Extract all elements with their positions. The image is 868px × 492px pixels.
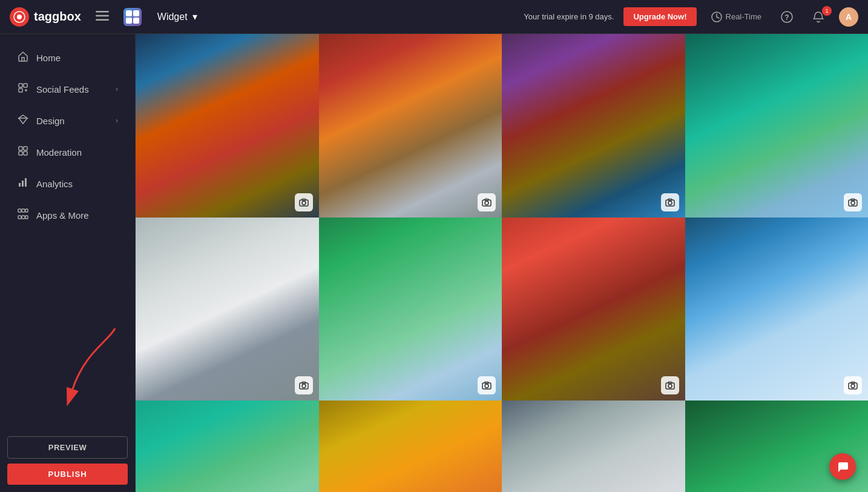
svg-point-1: [17, 15, 22, 19]
logo-text: taggbox: [34, 10, 81, 24]
sidebar-item-label-apps-more: Apps & More: [36, 210, 89, 221]
photo-cell-5[interactable]: [136, 218, 319, 401]
publish-button[interactable]: PUBLISH: [7, 464, 128, 485]
apps-more-icon: [17, 208, 29, 222]
photo-icon-6: [478, 376, 496, 394]
svg-rect-9: [24, 84, 27, 87]
svg-point-49: [851, 384, 855, 388]
nav-items: Home Social Feeds ›: [0, 34, 135, 429]
analytics-icon: [17, 177, 29, 190]
photo-icon-1: [295, 193, 313, 211]
svg-rect-22: [25, 209, 28, 212]
photo-icon-8: [844, 376, 862, 394]
photo-cell-11[interactable]: [502, 401, 685, 492]
sidebar-item-label-design: Design: [36, 116, 65, 126]
svg-point-46: [668, 384, 672, 388]
photo-icon-4: [844, 193, 862, 211]
notification-wrapper[interactable]: 1: [807, 8, 829, 25]
svg-rect-24: [22, 216, 25, 219]
sidebar-item-home[interactable]: Home: [5, 42, 130, 73]
photo-grid: [136, 34, 868, 492]
photo-cell-6[interactable]: [319, 218, 502, 401]
photo-cell-8[interactable]: [685, 218, 869, 401]
svg-rect-16: [24, 151, 27, 155]
svg-rect-3: [96, 15, 109, 17]
photo-cell-3[interactable]: [502, 34, 685, 218]
svg-rect-25: [25, 216, 28, 219]
notification-badge: 1: [822, 6, 832, 16]
widget-icon: [123, 8, 142, 26]
upgrade-button[interactable]: Upgrade Now!: [623, 7, 696, 26]
photo-cell-1[interactable]: [136, 34, 319, 218]
svg-rect-19: [25, 178, 27, 187]
sidebar-bottom: PREVIEW PUBLISH: [0, 429, 135, 492]
realtime-label: Real-Time: [726, 12, 761, 21]
svg-rect-14: [24, 147, 27, 150]
sidebar-item-analytics[interactable]: Analytics: [5, 168, 130, 199]
photo-icon-3: [661, 193, 679, 211]
sidebar-item-label-moderation: Moderation: [36, 147, 82, 158]
sidebar-item-label-social-feeds: Social Feeds: [36, 84, 89, 95]
svg-point-37: [851, 201, 855, 205]
sidebar-item-label-analytics: Analytics: [36, 179, 73, 189]
trial-text: Your trial expire in 9 days.: [524, 12, 614, 21]
photo-cell-7[interactable]: [502, 218, 685, 401]
preview-button[interactable]: PREVIEW: [7, 436, 128, 459]
svg-rect-17: [19, 183, 21, 187]
sidebar: Home Social Feeds ›: [0, 34, 136, 492]
home-icon: [17, 51, 29, 64]
svg-point-28: [302, 201, 306, 205]
help-button[interactable]: ?: [776, 8, 798, 25]
photo-cell-9[interactable]: [136, 401, 319, 492]
header: taggbox Widget ▾ Your trial expire in 9 …: [0, 0, 868, 34]
svg-rect-23: [18, 216, 21, 219]
svg-rect-4: [96, 19, 109, 21]
svg-rect-21: [22, 209, 25, 212]
photo-icon-2: [478, 193, 496, 211]
svg-rect-20: [18, 209, 21, 212]
chat-bubble[interactable]: [829, 453, 856, 480]
sidebar-item-moderation[interactable]: Moderation: [5, 137, 130, 167]
svg-point-43: [485, 384, 488, 388]
photo-cell-4[interactable]: [685, 34, 869, 218]
design-icon: [17, 114, 29, 127]
avatar[interactable]: A: [839, 7, 858, 27]
main-layout: Home Social Feeds ›: [0, 34, 868, 492]
moderation-icon: [17, 145, 29, 159]
photo-cell-10[interactable]: [319, 401, 502, 492]
design-arrow: ›: [116, 116, 118, 125]
photo-icon-5: [295, 376, 313, 394]
svg-rect-18: [22, 181, 24, 187]
svg-rect-13: [19, 147, 22, 150]
social-feeds-icon: [17, 82, 29, 96]
photo-cell-2[interactable]: [319, 34, 502, 218]
content-area: [136, 34, 868, 492]
svg-rect-2: [96, 11, 109, 13]
svg-point-34: [668, 201, 672, 205]
sidebar-item-apps-more[interactable]: Apps & More: [5, 200, 130, 230]
widget-arrow: ▾: [192, 11, 197, 22]
sidebar-item-social-feeds[interactable]: Social Feeds ›: [5, 74, 130, 104]
widget-button[interactable]: Widget ▾: [151, 7, 203, 26]
svg-point-31: [485, 201, 488, 205]
photo-icon-7: [661, 376, 679, 394]
svg-point-40: [302, 384, 306, 388]
realtime-button[interactable]: Real-Time: [706, 9, 766, 25]
logo-icon: [10, 7, 29, 27]
svg-rect-8: [19, 84, 22, 87]
logo: taggbox: [10, 7, 81, 27]
widget-label: Widget: [157, 12, 188, 22]
svg-rect-10: [19, 88, 22, 92]
sidebar-item-design[interactable]: Design ›: [5, 105, 130, 136]
hamburger-button[interactable]: [91, 7, 114, 26]
svg-text:?: ?: [784, 13, 789, 22]
social-feeds-arrow: ›: [116, 85, 118, 93]
sidebar-item-label-home: Home: [36, 53, 61, 63]
svg-rect-15: [19, 151, 22, 155]
